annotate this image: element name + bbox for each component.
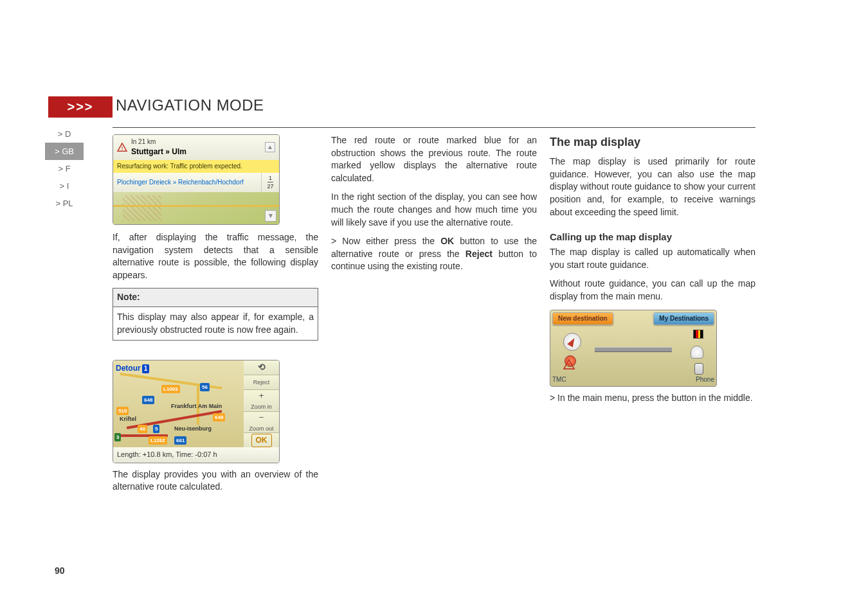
menu-bottom-row: TMC Phone (552, 375, 714, 384)
traffic-count: 1 27 (261, 173, 279, 192)
col1-paragraph-2: The display provides you with an overvie… (113, 468, 318, 493)
shield-5: 5 (153, 425, 159, 433)
shield-661: 661 (174, 436, 186, 445)
page-title: NAVIGATION MODE (116, 96, 264, 114)
note-heading: Note: (113, 288, 318, 306)
col3-paragraph-1: The map display is used primarily for ro… (550, 155, 755, 218)
main-menu-screenshot: New destination My Destinations ! TMC Ph… (550, 310, 717, 387)
header-chevrons: >>> (48, 96, 113, 118)
back-button[interactable]: ⟲ (244, 360, 279, 375)
traffic-header-text: In 21 km Stuttgart » Ulm (131, 138, 265, 157)
speedometer-icon[interactable] (691, 346, 703, 359)
lang-d[interactable]: > D (45, 125, 84, 143)
shield-3: 3 (114, 433, 121, 441)
traffic-count-total: 27 (267, 183, 273, 190)
traffic-message-screenshot: ! In 21 km Stuttgart » Ulm ▲ Resurfacing… (113, 134, 280, 225)
col2-paragraph-1: The red route or route marked blue for a… (331, 134, 537, 184)
shield-648: 648 (142, 396, 154, 404)
scroll-up-button[interactable]: ▲ (265, 142, 275, 152)
new-destination-button[interactable]: New destination (552, 312, 613, 325)
shield-L1262: L1262 (149, 436, 167, 445)
city-kriftel: Kriftel (120, 415, 136, 423)
ok-button[interactable]: OK (244, 433, 279, 447)
column-1: ! In 21 km Stuttgart » Ulm ▲ Resurfacing… (113, 134, 318, 500)
menu-map-center (595, 329, 672, 368)
zoom-out-button[interactable]: −Zoom out (244, 412, 279, 434)
menu-top-row: New destination My Destinations (552, 312, 714, 325)
svg-text:!: ! (568, 362, 570, 368)
lang-i[interactable]: > I (45, 177, 84, 195)
phone-label[interactable]: Phone (696, 375, 714, 384)
lang-pl[interactable]: > PL (45, 195, 84, 212)
column-2: The red route or route marked blue for a… (331, 134, 537, 500)
shield-L1003: L1003 (161, 385, 180, 393)
scroll-down-button[interactable]: ▼ (265, 210, 276, 222)
page-container: >>> NAVIGATION MODE > D > GB > F > I > P… (113, 96, 755, 500)
warning-icon[interactable]: ! (563, 359, 575, 373)
city-frankfurt: Frankfurt Am Main (171, 402, 222, 411)
header-rule (113, 127, 755, 128)
map-road-line (113, 205, 279, 207)
map-display-heading: The map display (550, 134, 755, 150)
traffic-detail-row: Plochinger Dreieck » Reichenbach/Hochdor… (113, 173, 279, 192)
language-sidebar: > D > GB > F > I > PL (45, 125, 84, 212)
svg-text:!: ! (122, 145, 123, 151)
traffic-route: Stuttgart » Ulm (131, 147, 265, 157)
col3-paragraph-3: Without route guidance, you can call up … (550, 278, 755, 303)
compass-icon[interactable] (563, 333, 581, 351)
col1-paragraph-1: If, after displaying the traffic message… (113, 231, 318, 281)
detour-status-bar: Length: +10.8 km, Time: -0:07 h (113, 447, 279, 462)
content-columns: ! In 21 km Stuttgart » Ulm ▲ Resurfacing… (113, 134, 755, 500)
col3-paragraph-2: The map display is called up automatical… (550, 246, 755, 271)
traffic-distance: In 21 km (131, 138, 265, 147)
traffic-mini-map: ▼ (113, 192, 279, 224)
column-3: The map display The map display is used … (550, 134, 755, 500)
my-destinations-button[interactable]: My Destinations (653, 312, 714, 325)
lang-f[interactable]: > F (45, 160, 84, 177)
shield-56: 56 (200, 383, 210, 391)
warning-triangle-icon: ! (117, 143, 127, 152)
page-number: 90 (55, 565, 65, 576)
shield-519: 519 (116, 407, 129, 415)
page-header: >>> NAVIGATION MODE (113, 96, 755, 118)
detour-map-area: Detour1 3 5 40 L1003 L1262 519 648 648 (113, 360, 244, 447)
city-neu-isenburg: Neu-Isenburg (174, 425, 212, 433)
phone-icon[interactable] (694, 363, 703, 375)
flag-icon[interactable] (693, 330, 703, 339)
detour-main: Detour1 3 5 40 L1003 L1262 519 648 648 (113, 360, 279, 447)
lang-gb[interactable]: > GB (45, 143, 84, 160)
calling-up-heading: Calling up the map display (550, 230, 755, 244)
zoom-in-button[interactable]: +Zoom in (244, 390, 279, 412)
detour-side-buttons: ⟲ Reject +Zoom in −Zoom out OK (244, 360, 279, 447)
note-body: This display may also appear if, for exa… (113, 306, 318, 341)
traffic-section: Plochinger Dreieck » Reichenbach/Hochdor… (113, 175, 261, 190)
traffic-header-row: ! In 21 km Stuttgart » Ulm ▲ (113, 135, 279, 160)
shield-40: 40 (138, 425, 147, 433)
reject-button[interactable]: Reject (244, 375, 279, 390)
detour-badge: 1 (142, 364, 150, 373)
traffic-problem-banner: Resurfacing work: Traffic problem expect… (113, 160, 279, 173)
detour-map-screenshot: Detour1 3 5 40 L1003 L1262 519 648 648 (113, 360, 280, 463)
traffic-count-current: 1 (267, 174, 273, 183)
tmc-label[interactable]: TMC (552, 375, 566, 384)
col3-list-item: > In the main menu, press the button in … (550, 392, 755, 405)
header-title-box: NAVIGATION MODE (113, 96, 267, 118)
col2-paragraph-2: In the right section of the display, you… (331, 191, 537, 229)
shield-648b: 648 (213, 413, 225, 422)
col2-list-item: > Now either press the OK button to use … (331, 235, 537, 273)
